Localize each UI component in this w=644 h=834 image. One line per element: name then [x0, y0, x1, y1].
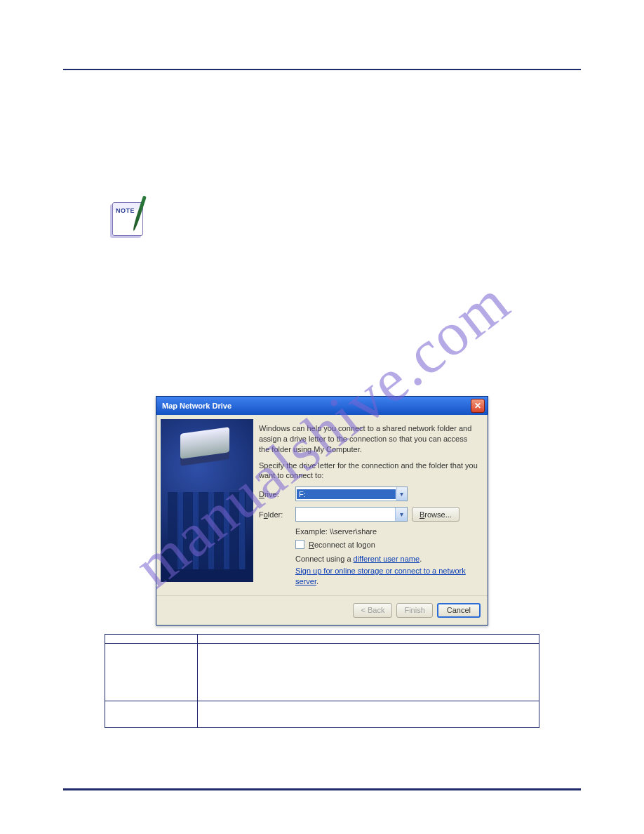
footer-rule [63, 788, 581, 790]
chevron-down-icon[interactable]: ▾ [395, 508, 407, 521]
close-icon: ✕ [474, 401, 481, 411]
close-button[interactable]: ✕ [471, 399, 485, 413]
connect-using-line: Connect using a different user name. [295, 555, 479, 563]
dialog-title: Map Network Drive [162, 402, 471, 410]
wizard-graphic [161, 419, 253, 582]
table-row [105, 634, 539, 643]
chevron-down-icon[interactable]: ▾ [396, 487, 407, 501]
drive-label: Drive: [259, 490, 291, 498]
header-rule [63, 69, 581, 70]
intro-text-1: Windows can help you connect to a shared… [259, 423, 479, 455]
drive-value: F: [297, 489, 396, 499]
intro-text-2: Specify the drive letter for the connect… [259, 461, 479, 482]
drive-combo[interactable]: F: ▾ [295, 486, 408, 501]
browse-button[interactable]: Browse... [412, 507, 459, 522]
back-button: < Back [353, 603, 392, 618]
folder-combo[interactable]: ▾ [295, 507, 408, 522]
note-icon [108, 197, 149, 240]
example-text: Example: \\server\share [295, 527, 479, 536]
reconnect-checkbox[interactable] [295, 540, 304, 549]
dialog-titlebar[interactable]: Map Network Drive ✕ [156, 397, 488, 415]
field-description-table [105, 634, 539, 728]
signup-link[interactable]: Sign up for online storage or connect to… [295, 567, 466, 585]
map-network-drive-dialog: Map Network Drive ✕ Windows can help you… [156, 396, 488, 626]
cancel-button[interactable]: Cancel [437, 603, 481, 618]
table-row [105, 643, 539, 701]
reconnect-label: Reconnect at logon [309, 541, 375, 549]
folder-label: Folder: [259, 510, 291, 519]
finish-button: Finish [396, 603, 432, 618]
different-user-link[interactable]: different user name [354, 555, 420, 563]
table-row [105, 701, 539, 727]
